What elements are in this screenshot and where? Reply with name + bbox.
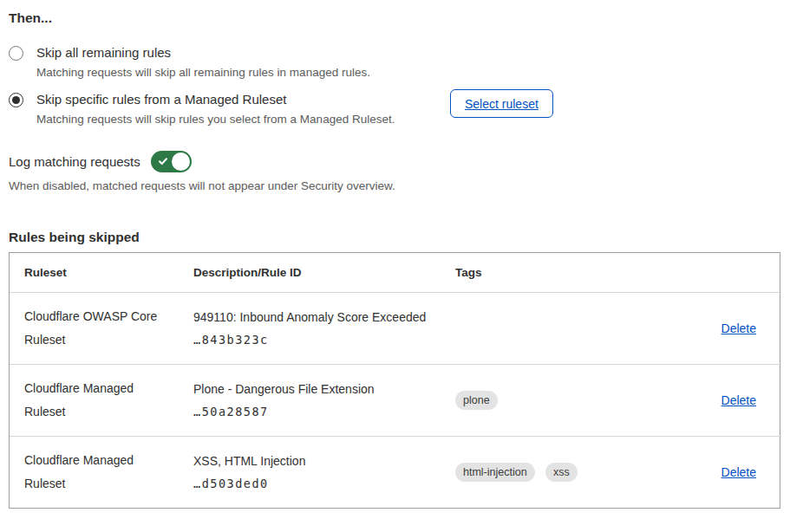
rule-id: …50a28587 (193, 405, 455, 418)
column-header-ruleset: Ruleset (10, 253, 193, 292)
toggle-knob (172, 152, 190, 171)
rule-description: 949110: Inbound Anomaly Score Exceeded (193, 310, 455, 325)
ruleset-cell: Cloudflare OWASP Core Ruleset (24, 305, 162, 352)
rule-description: Plone - Dangerous File Extension (193, 382, 455, 397)
tags-cell: plone (455, 364, 643, 436)
option-text: Skip all remaining rules Matching reques… (36, 45, 370, 80)
rule-id: …843b323c (193, 333, 455, 347)
table-row: Cloudflare OWASP Core Ruleset 949110: In… (10, 292, 781, 364)
tag-badge: html-injection (455, 463, 535, 482)
delete-link[interactable]: Delete (721, 321, 756, 335)
column-header-description-rule-id: Description/Rule ID (193, 253, 455, 292)
tag-badge: plone (455, 391, 498, 410)
select-ruleset-button[interactable]: Select ruleset (450, 89, 553, 118)
tag-badge: xss (545, 463, 578, 482)
table-row: Cloudflare Managed Ruleset XSS, HTML Inj… (10, 436, 781, 508)
check-icon (158, 156, 168, 166)
option-label[interactable]: Skip all remaining rules (36, 45, 370, 61)
column-header-actions (643, 253, 781, 292)
tags-cell: html-injection xss (455, 436, 643, 508)
log-matching-requests-label: Log matching requests (9, 154, 140, 169)
option-label[interactable]: Skip specific rules from a Managed Rules… (36, 92, 395, 107)
delete-link[interactable]: Delete (721, 393, 756, 407)
radio-skip-all-remaining-rules[interactable] (9, 46, 23, 61)
table-row: Cloudflare Managed Ruleset Plone - Dange… (10, 364, 781, 436)
then-heading: Then... (9, 10, 780, 26)
log-matching-requests-row: Log matching requests (9, 151, 780, 172)
ruleset-cell: Cloudflare Managed Ruleset (24, 377, 162, 424)
log-matching-requests-toggle[interactable] (151, 151, 192, 172)
option-skip-all-remaining-rules: Skip all remaining rules Matching reques… (9, 45, 780, 80)
delete-link[interactable]: Delete (721, 465, 756, 479)
column-header-tags: Tags (455, 253, 643, 292)
rule-description: XSS, HTML Injection (193, 454, 455, 469)
option-description: Matching requests will skip all remainin… (36, 66, 370, 80)
radio-skip-specific-rules[interactable] (9, 93, 23, 107)
rules-table: Ruleset Description/Rule ID Tags Cloudfl… (9, 252, 780, 509)
option-text: Skip specific rules from a Managed Rules… (36, 92, 395, 127)
waf-rule-config-page: Then... Skip all remaining rules Matchin… (0, 0, 790, 532)
tags-cell (455, 292, 643, 364)
ruleset-cell: Cloudflare Managed Ruleset (24, 449, 162, 496)
option-description: Matching requests will skip rules you se… (36, 113, 395, 127)
option-skip-specific-rules: Skip specific rules from a Managed Rules… (9, 92, 780, 127)
log-description: When disabled, matched requests will not… (9, 179, 780, 193)
rule-id: …d503ded0 (193, 477, 455, 490)
rules-being-skipped-heading: Rules being skipped (9, 230, 780, 245)
table-header-row: Ruleset Description/Rule ID Tags (10, 253, 781, 292)
